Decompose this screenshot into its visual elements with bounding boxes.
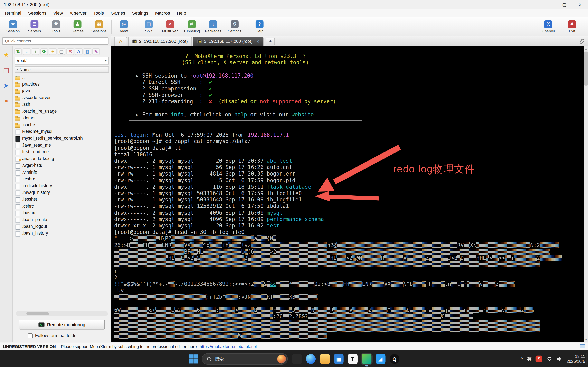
toolbar-tools[interactable]: ⚒Tools [45, 20, 67, 33]
sftp-panel-icon[interactable]: ➤ [3, 82, 9, 90]
new-folder-icon[interactable]: + [49, 48, 57, 55]
toolbar-x-server[interactable]: XX server [537, 20, 559, 33]
menu-x-server[interactable]: X server [66, 10, 90, 16]
file-item-practices[interactable]: practices [15, 81, 109, 87]
download-icon[interactable]: ↓ [23, 48, 31, 55]
edge-browser-icon[interactable] [306, 354, 316, 364]
file-item-first-read-me[interactable]: first_read_me [15, 148, 109, 155]
typora-icon[interactable]: T [348, 354, 358, 364]
toolbar-games[interactable]: ♟Games [67, 20, 88, 33]
file-item-anaconda-ks-cfg[interactable]: anaconda-ks.cfg [15, 155, 109, 162]
upload-icon[interactable]: ↑ [32, 48, 39, 55]
blue-app-icon[interactable]: ▣ [334, 354, 344, 364]
toolbar-help[interactable]: ?Help [249, 20, 270, 33]
clock[interactable]: 18:11 2025/10/6 [567, 354, 585, 364]
close-button[interactable]: ✕ [572, 0, 588, 9]
minimize-button[interactable]: – [541, 0, 556, 9]
horizontal-scrollbar[interactable] [16, 311, 108, 316]
file-item-mysql-redis-service-control-sh[interactable]: mysql_redis_service_control.sh [15, 135, 109, 142]
favorites-star-icon[interactable]: ★ [3, 51, 9, 59]
toolbar-packages[interactable]: ↓Packages [203, 20, 224, 33]
scrollbar-thumb[interactable] [584, 52, 588, 85]
widget-icon[interactable] [292, 354, 302, 364]
menu-macros[interactable]: Macros [152, 10, 173, 16]
file-name: .lesshst [22, 197, 37, 201]
file-item-rediscli-history[interactable]: .rediscli_history [15, 182, 109, 189]
quick-connect-input[interactable] [2, 37, 109, 45]
file-item-mysql-history[interactable]: .mysql_history [15, 189, 109, 196]
refresh-icon[interactable]: ⟳ [40, 48, 48, 55]
file-item-[interactable]: .. [15, 74, 109, 81]
mobaxterm-icon[interactable] [362, 354, 371, 364]
edit-icon[interactable]: ✎ [92, 48, 100, 55]
file-item-lesshst[interactable]: .lesshst [15, 196, 109, 202]
toolbar-tunneling[interactable]: ⇄Tunneling [181, 20, 203, 33]
home-tab[interactable]: ⌂ [114, 37, 127, 46]
toolbar-servers[interactable]: ☰Servers [24, 20, 45, 33]
file-item-vscode-server[interactable]: .vscode-server [15, 94, 109, 101]
file-item-ssh[interactable]: .ssh [15, 101, 109, 108]
menu-tools[interactable]: Tools [90, 10, 107, 16]
path-dropdown[interactable]: /root/ ▾ [15, 57, 109, 65]
mobatek-link[interactable]: https://mobaxterm.mobatek.net [200, 344, 257, 348]
toolbar-split[interactable]: ◫Split [138, 20, 159, 33]
delete-icon[interactable]: ✕ [66, 48, 74, 55]
file-item-tcshrc[interactable]: .tcshrc [15, 175, 109, 182]
file-item-readme-mysql[interactable]: Readme_mysql [15, 128, 109, 135]
file-item-java[interactable]: java [15, 87, 109, 94]
new-file-icon[interactable]: ▢ [58, 48, 65, 55]
file-item-java-read-me[interactable]: Java_read_me [15, 142, 109, 148]
tray-chevron-icon[interactable]: ^ [521, 356, 523, 361]
file-item-wget-hsts[interactable]: .wget-hsts [15, 162, 109, 169]
follow-terminal-checkbox[interactable] [28, 333, 33, 338]
file-item-viminfo[interactable]: .viminfo [15, 169, 109, 175]
menu-sessions[interactable]: Sessions [25, 10, 50, 16]
scroll-up-icon[interactable]: ▲ [584, 46, 588, 51]
tab-3-192-168-117-200-root[interactable]: 3. 192.168.117.200 (root)✕ [193, 37, 264, 46]
qq-icon[interactable]: Q [390, 354, 400, 364]
toolbar-exit[interactable]: ✖Exit [561, 20, 583, 33]
paperclip-icon[interactable] [579, 38, 585, 44]
tab-close-icon[interactable]: ✕ [256, 39, 259, 43]
file-item-bash-history[interactable]: .bash_history [15, 230, 109, 236]
tab-2-192-168-117-200-root[interactable]: 2. 192.168.117.200 (root) [128, 37, 192, 46]
network-panel-icon[interactable]: ● [4, 97, 8, 105]
file-item-cache[interactable]: .cache [15, 121, 109, 128]
volume-icon[interactable] [557, 356, 562, 361]
menu-settings[interactable]: Settings [129, 10, 152, 16]
vscode-icon[interactable]: ◢ [376, 354, 385, 364]
start-button[interactable] [188, 354, 197, 363]
menu-view[interactable]: View [50, 10, 66, 16]
menu-games[interactable]: Games [107, 10, 129, 16]
sogou-icon[interactable]: S [536, 356, 542, 362]
sync-browser-icon[interactable]: ⇅ [14, 48, 22, 55]
columns-icon[interactable]: ▥ [84, 48, 91, 55]
show-desktop-button[interactable] [587, 353, 588, 365]
add-tab-button[interactable]: + [266, 38, 275, 45]
file-item-cshrc[interactable]: .cshrc [15, 203, 109, 209]
menu-terminal[interactable]: Terminal [1, 10, 25, 16]
taskbar-search[interactable]: 搜索 [202, 353, 288, 365]
toolbar-session[interactable]: ★Session [2, 20, 24, 33]
wifi-icon[interactable] [546, 356, 553, 361]
toolbar-view[interactable]: ◎View [113, 20, 135, 33]
file-explorer-icon[interactable] [320, 354, 330, 364]
file-item-bash-logout[interactable]: .bash_logout [15, 223, 109, 230]
name-column-header[interactable]: ▴ Name [15, 66, 109, 73]
toolbar-sessions[interactable]: ▦Sessions [88, 20, 110, 33]
file-item-bash-profile[interactable]: .bash_profile [15, 216, 109, 223]
ime-indicator[interactable]: 英 [527, 356, 531, 362]
file-item-bashrc[interactable]: .bashrc [15, 209, 109, 216]
file-item-dotnet[interactable]: .dotnet [15, 115, 109, 121]
maximize-button[interactable]: ▢ [556, 0, 572, 9]
scroll-down-icon[interactable]: ▼ [584, 337, 588, 342]
toolbar-multiexec[interactable]: ✕MultiExec [159, 20, 181, 33]
remote-monitoring-button[interactable]: ∿ Remote monitoring [19, 320, 105, 329]
sessions-panel-icon[interactable]: ▤ [3, 66, 9, 74]
terminal[interactable]: ? MobaXterm Personal Edition v23.3 ?(SSH… [111, 46, 588, 342]
terminal-scrollbar[interactable]: ▲ ▼ [583, 46, 588, 342]
menu-help[interactable]: Help [173, 10, 190, 16]
file-item-oracle-jre-usage[interactable]: .oracle_jre_usage [15, 108, 109, 115]
toolbar-settings[interactable]: ⚙Settings [224, 20, 245, 33]
encoding-icon[interactable]: A [75, 48, 83, 55]
